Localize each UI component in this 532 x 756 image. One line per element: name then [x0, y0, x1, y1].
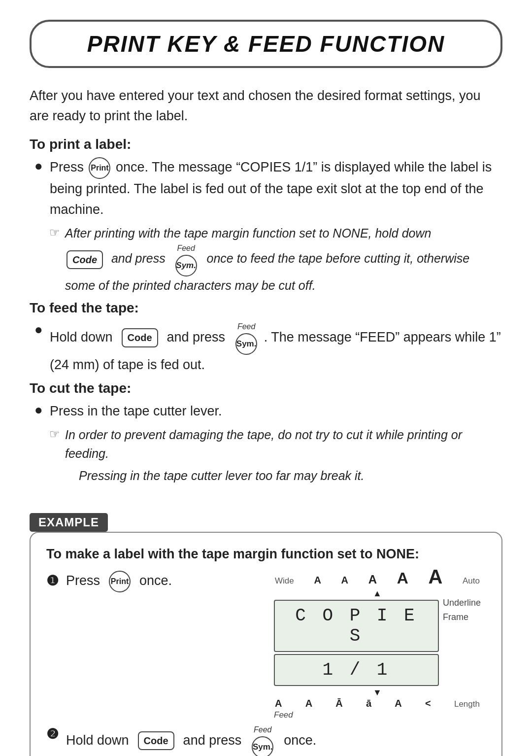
page-title-box: PRINT KEY & FEED FUNCTION: [30, 20, 502, 68]
lcd-area: Wide A A A A A Auto ▲ C O P I E S 1 / 1 …: [274, 566, 481, 720]
lcd-line2: 1 / 1: [274, 654, 439, 686]
note3-block: Pressing in the tape cutter lever too fa…: [79, 467, 502, 485]
step-num-2: ❷: [46, 724, 60, 745]
sym-key-section2: Feed Sym.: [234, 321, 259, 355]
example-section: EXAMPLE To make a label with the tape ma…: [30, 499, 502, 756]
section2-content: Hold down Code and press Feed Sym. . The…: [50, 321, 502, 376]
step2: ❷ Hold down Code and press Feed Sym. onc…: [46, 724, 486, 756]
section2-bullet: ● Hold down Code and press Feed Sym. . T…: [34, 321, 502, 376]
step1: ❶ Press Print once.: [46, 571, 274, 592]
lcd-arrow-down: ▼: [274, 688, 481, 697]
note2-text: In order to prevent damaging the tape, d…: [65, 426, 502, 463]
bullet-dot-3: ●: [34, 402, 43, 418]
section1-bullet: ● Press Print once. The message “COPIES …: [34, 157, 502, 220]
section3-content: Press in the tape cutter lever.: [50, 401, 222, 422]
note1-text: After printing with the tape margin func…: [65, 224, 502, 295]
note-icon-2: ☞: [49, 427, 60, 441]
section1-content: Press Print once. The message “COPIES 1/…: [50, 157, 502, 220]
section2-heading: To feed the tape:: [30, 300, 502, 316]
code-key-section2: Code: [122, 328, 158, 347]
bullet-dot-1: ●: [34, 158, 43, 174]
page-title: PRINT KEY & FEED FUNCTION: [51, 31, 481, 57]
print-key-1: Print: [89, 157, 110, 179]
section1-heading: To print a label:: [30, 137, 502, 152]
step-num-1: ❶: [46, 571, 60, 591]
note2-block: ☞ In order to prevent damaging the tape,…: [49, 426, 502, 463]
note-icon-1: ☞: [49, 226, 60, 240]
step2-text: Hold down Code and press Feed Sym. once.: [66, 724, 316, 756]
lcd-right-labels: Underline Frame: [443, 598, 481, 622]
lcd-top-row: Wide A A A A A Auto: [274, 566, 481, 588]
example-title: To make a label with the tape margin fun…: [46, 547, 486, 562]
sym-key-note1: Feed Sym.: [174, 242, 199, 276]
lcd-bottom-row: A A Ā ā A < Length: [274, 698, 481, 709]
intro-text: After you have entered your text and cho…: [30, 86, 502, 126]
print-key-step1: Print: [109, 571, 131, 592]
lcd-main: C O P I E S 1 / 1: [274, 598, 439, 688]
step1-text: Press Print once.: [66, 571, 172, 592]
example-box: To make a label with the tape margin fun…: [30, 532, 502, 756]
note3-text: Pressing in the tape cutter lever too fa…: [79, 467, 364, 485]
sym-key-step2: Feed Sym.: [250, 724, 275, 756]
lcd-line1: C O P I E S: [274, 600, 439, 652]
lcd-wrapper: C O P I E S 1 / 1 Underline Frame: [274, 598, 481, 688]
lcd-arrow-up: ▲: [274, 589, 481, 598]
section3-bullet: ● Press in the tape cutter lever.: [34, 401, 502, 422]
feed-label-bottom: Feed: [274, 710, 481, 720]
code-key-note1: Code: [66, 250, 103, 269]
bullet-dot-2: ●: [34, 322, 43, 338]
example-label: EXAMPLE: [30, 513, 108, 532]
section3-heading: To cut the tape:: [30, 380, 502, 396]
code-key-step2: Code: [138, 731, 174, 750]
note1-block: ☞ After printing with the tape margin fu…: [49, 224, 502, 295]
step1-area: Wide A A A A A Auto ▲ C O P I E S 1 / 1 …: [46, 571, 486, 720]
